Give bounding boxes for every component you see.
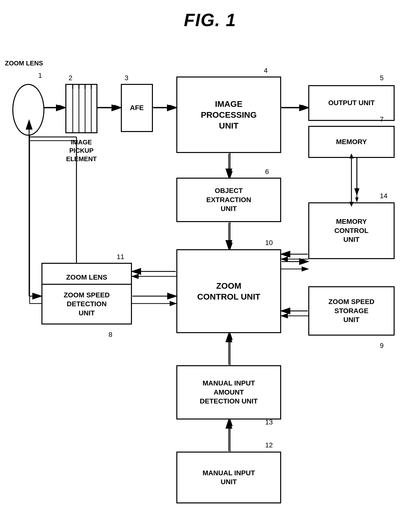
afe-ref: 3 bbox=[125, 74, 128, 82]
afe-label: AFE bbox=[130, 103, 144, 112]
zoom-control-unit-label: ZOOM CONTROL UNIT bbox=[197, 280, 260, 302]
image-processing-unit-box: IMAGE PROCESSING UNIT bbox=[176, 76, 281, 153]
image-processing-unit-label: IMAGE PROCESSING UNIT bbox=[201, 98, 257, 131]
manual-input-unit-box: MANUAL INPUT UNIT bbox=[176, 452, 281, 503]
zoom-lens-label: ZOOM LENS bbox=[5, 59, 43, 68]
afe-box: AFE bbox=[121, 84, 153, 132]
memory-control-unit-ref: 14 bbox=[380, 192, 387, 200]
zoom-speed-detection-unit-box: ZOOM SPEED DETECTION UNIT bbox=[41, 284, 132, 324]
zoom-lens-drive-unit-ref: 11 bbox=[117, 253, 124, 261]
zoom-control-unit-box: ZOOM CONTROL UNIT bbox=[176, 249, 281, 333]
image-pickup-element-ref: 2 bbox=[69, 74, 73, 82]
manual-input-amount-detection-unit-label: MANUAL INPUT AMOUNT DETECTION UNIT bbox=[200, 379, 258, 406]
figure-title: FIG. 1 bbox=[0, 10, 420, 30]
svg-rect-25 bbox=[66, 84, 97, 133]
object-extraction-unit-box: OBJECT EXTRACTION UNIT bbox=[176, 178, 281, 222]
output-unit-ref: 5 bbox=[380, 74, 384, 82]
zoom-speed-storage-unit-box: ZOOM SPEED STORAGE UNIT bbox=[308, 286, 395, 336]
image-processing-unit-ref: 4 bbox=[264, 67, 268, 75]
pickup-element-svg bbox=[65, 84, 97, 133]
zoom-lens-shape bbox=[12, 84, 44, 136]
memory-control-unit-box: MEMORY CONTROL UNIT bbox=[308, 202, 395, 259]
zoom-speed-detection-unit-ref: 8 bbox=[109, 331, 112, 339]
memory-label: MEMORY bbox=[336, 137, 367, 146]
zoom-speed-storage-unit-ref: 9 bbox=[380, 342, 384, 350]
zoom-control-unit-ref: 10 bbox=[265, 239, 273, 247]
manual-input-amount-detection-unit-ref: 13 bbox=[265, 418, 273, 426]
image-pickup-element-label: IMAGE PICKUP ELEMENT bbox=[59, 138, 104, 163]
manual-input-unit-label: MANUAL INPUT UNIT bbox=[202, 469, 255, 487]
memory-ref: 7 bbox=[380, 115, 384, 123]
memory-control-unit-label: MEMORY CONTROL UNIT bbox=[334, 217, 368, 244]
svg-marker-19 bbox=[355, 197, 359, 202]
zoom-speed-storage-unit-label: ZOOM SPEED STORAGE UNIT bbox=[329, 297, 375, 324]
memory-box: MEMORY bbox=[308, 126, 395, 158]
object-extraction-unit-label: OBJECT EXTRACTION UNIT bbox=[206, 186, 251, 213]
manual-input-unit-ref: 12 bbox=[265, 441, 273, 449]
output-unit-label: OUTPUT UNIT bbox=[328, 98, 375, 107]
zoom-lens-ref: 1 bbox=[38, 72, 42, 79]
zoom-speed-detection-unit-label: ZOOM SPEED DETECTION UNIT bbox=[64, 291, 110, 318]
diagram: FIG. 1 bbox=[0, 0, 420, 515]
object-extraction-unit-ref: 6 bbox=[265, 168, 269, 176]
manual-input-amount-detection-unit-box: MANUAL INPUT AMOUNT DETECTION UNIT bbox=[176, 365, 281, 420]
